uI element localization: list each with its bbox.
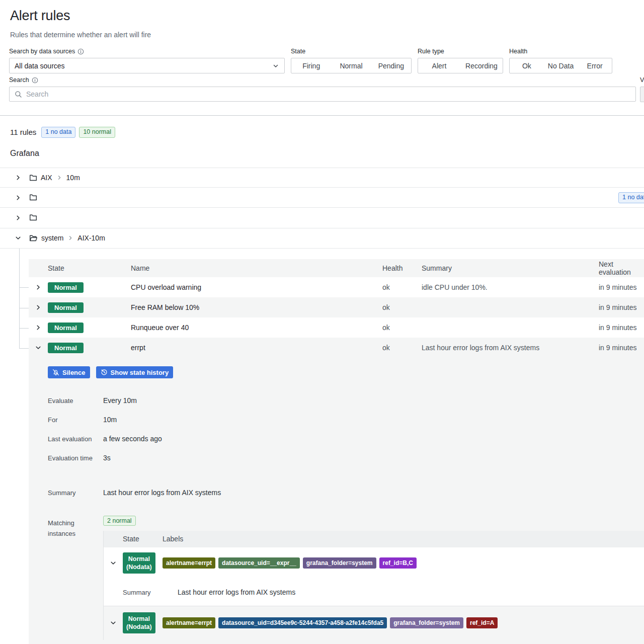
header-next-evaluation: Next evaluation xyxy=(599,260,644,276)
health-option-nodata[interactable]: No Data xyxy=(544,62,578,70)
history-icon xyxy=(101,369,108,376)
nodata-count-badge: 1 no data xyxy=(41,127,75,138)
rule-type-option-recording[interactable]: Recording xyxy=(460,62,503,70)
instance-state-badge: Normal(Nodata) xyxy=(123,552,155,574)
rule-name[interactable]: Free RAM below 10% xyxy=(131,303,382,311)
rule-name[interactable]: CPU overload warning xyxy=(131,283,382,291)
detail-summary: Summary Last hour error logs from AIX sy… xyxy=(48,483,221,502)
filters-bar: Search by data sources All data sources … xyxy=(9,48,612,73)
folder-row-system[interactable]: system AIX-10m xyxy=(0,228,644,249)
folder-name[interactable]: AIX xyxy=(41,174,52,182)
rule-next-evaluation: in 9 minutes xyxy=(599,303,644,311)
rule-type-option-alert[interactable]: Alert xyxy=(418,62,460,70)
instance-state-badge: Normal(Nodata) xyxy=(123,612,155,634)
rule-name[interactable]: errpt xyxy=(131,344,382,352)
instance-row-2[interactable]: Normal(Nodata) alertname=errpt datasourc… xyxy=(104,606,644,640)
state-badge: Normal xyxy=(48,302,84,313)
rule-row-errpt[interactable]: Normal errpt ok Last hour error logs fro… xyxy=(29,338,644,358)
chevron-right-icon[interactable] xyxy=(29,304,48,310)
chevron-down-icon xyxy=(272,62,279,69)
chevron-down-icon[interactable] xyxy=(104,560,123,566)
rule-health: ok xyxy=(382,303,422,311)
tree-guide-stub xyxy=(19,287,29,288)
detail-label: For xyxy=(48,416,103,424)
silence-button[interactable]: Silence xyxy=(48,366,90,378)
chevron-right-icon[interactable] xyxy=(29,325,48,331)
header-summary: Summary xyxy=(422,264,599,272)
state-option-pending[interactable]: Pending xyxy=(371,62,411,70)
chevron-down-icon[interactable] xyxy=(15,235,21,241)
detail-label: Last evaluation xyxy=(48,435,103,443)
state-filter-group: Firing Normal Pending xyxy=(291,58,412,73)
instances-normal-badge: 2 normal xyxy=(103,516,136,526)
search-icon xyxy=(15,91,22,98)
datasource-filter-label: Search by data sources xyxy=(9,48,285,55)
label-chip: ref_id=A xyxy=(466,617,498,628)
instance-labels: alertname=errpt datasource_uid=__expr__ … xyxy=(163,557,644,569)
search-input[interactable]: Search xyxy=(9,87,636,102)
search-field-label: Search xyxy=(9,76,636,84)
detail-label: Evaluation time xyxy=(48,454,103,462)
label-chip: datasource_uid=d345ee9c-5244-4357-a458-a… xyxy=(218,617,387,628)
datasource-select[interactable]: All data sources xyxy=(9,58,285,73)
instance-state-line1: Normal xyxy=(128,615,150,622)
state-filter: State Firing Normal Pending xyxy=(291,48,412,73)
detail-value: a few seconds ago xyxy=(103,435,162,443)
show-state-history-button-label: Show state history xyxy=(111,369,169,376)
rule-health: ok xyxy=(382,324,422,332)
chevron-right-icon[interactable] xyxy=(15,175,21,181)
info-icon xyxy=(77,48,84,55)
header-divider xyxy=(0,115,644,116)
health-option-ok[interactable]: Ok xyxy=(510,62,544,70)
instances-header-state: State xyxy=(123,535,163,543)
show-state-history-button[interactable]: Show state history xyxy=(96,366,174,378)
chevron-down-icon[interactable] xyxy=(104,620,123,626)
tree-guide-stub xyxy=(19,348,29,349)
chevron-down-icon[interactable] xyxy=(29,345,48,351)
folder-icon xyxy=(29,174,37,182)
detail-label: Summary xyxy=(48,489,103,497)
instances-badge-row: 2 normal xyxy=(103,516,589,525)
chevron-right-icon[interactable] xyxy=(15,195,21,201)
folder-row-3[interactable] xyxy=(0,208,644,228)
folder-list: AIX 10m 1 no data system xyxy=(0,168,644,249)
folder-name[interactable]: system xyxy=(41,234,63,242)
rule-detail-fields: Evaluate Every 10m For 10m Last evaluati… xyxy=(48,391,162,467)
folder-row-aix[interactable]: AIX 10m xyxy=(0,168,644,188)
rule-row-free-ram[interactable]: Normal Free RAM below 10% ok in 9 minute… xyxy=(29,297,644,317)
rule-row-cpu-overload[interactable]: Normal CPU overload warning ok idle CPU … xyxy=(29,277,644,297)
chevron-right-icon[interactable] xyxy=(15,215,21,221)
section-title: Grafana xyxy=(10,149,39,158)
search-field-label-text: Search xyxy=(9,76,29,84)
state-option-firing[interactable]: Firing xyxy=(291,62,331,70)
tree-guide-stub xyxy=(19,308,29,308)
rules-count: 11 rules xyxy=(10,128,36,136)
rule-name[interactable]: Runqueue over 40 xyxy=(131,324,382,332)
label-chip: datasource_uid=__expr__ xyxy=(218,557,300,569)
instance-summary-row: Summary Last hour error logs from AIX sy… xyxy=(104,579,644,606)
chevron-right-icon[interactable] xyxy=(29,284,48,290)
state-option-normal[interactable]: Normal xyxy=(331,62,371,70)
rule-summary: idle CPU under 10%. xyxy=(422,283,599,291)
health-filter-label: Health xyxy=(509,48,612,55)
datasource-select-value: All data sources xyxy=(15,62,65,70)
detail-evaluate: Evaluate Every 10m xyxy=(48,391,162,410)
detail-last-evaluation: Last evaluation a few seconds ago xyxy=(48,429,162,448)
rule-next-evaluation: in 9 minutes xyxy=(599,324,644,332)
state-filter-label: State xyxy=(291,48,412,55)
instances-area: 2 normal State Labels Normal(Nodata) ale… xyxy=(103,516,589,640)
rule-summary: Last hour error logs from AIX systems xyxy=(422,344,599,352)
instance-row-1[interactable]: Normal(Nodata) alertname=errpt datasourc… xyxy=(104,547,644,579)
folder-row-2[interactable]: 1 no data xyxy=(0,188,644,208)
state-badge: Normal xyxy=(48,282,84,293)
instances-table-header: State Labels xyxy=(104,531,644,547)
instances-table: State Labels Normal(Nodata) alertname=er… xyxy=(103,531,644,640)
health-option-error[interactable]: Error xyxy=(578,62,612,70)
rule-row-runqueue[interactable]: Normal Runqueue over 40 ok in 9 minutes xyxy=(29,317,644,338)
instances-header-labels: Labels xyxy=(163,535,644,543)
detail-label: Evaluate xyxy=(48,397,103,405)
detail-for: For 10m xyxy=(48,410,162,429)
instance-summary-label: Summary xyxy=(123,589,178,596)
rules-table-header: State Name Health Summary Next evaluatio… xyxy=(29,259,644,277)
view-as-button-group[interactable] xyxy=(640,87,644,102)
